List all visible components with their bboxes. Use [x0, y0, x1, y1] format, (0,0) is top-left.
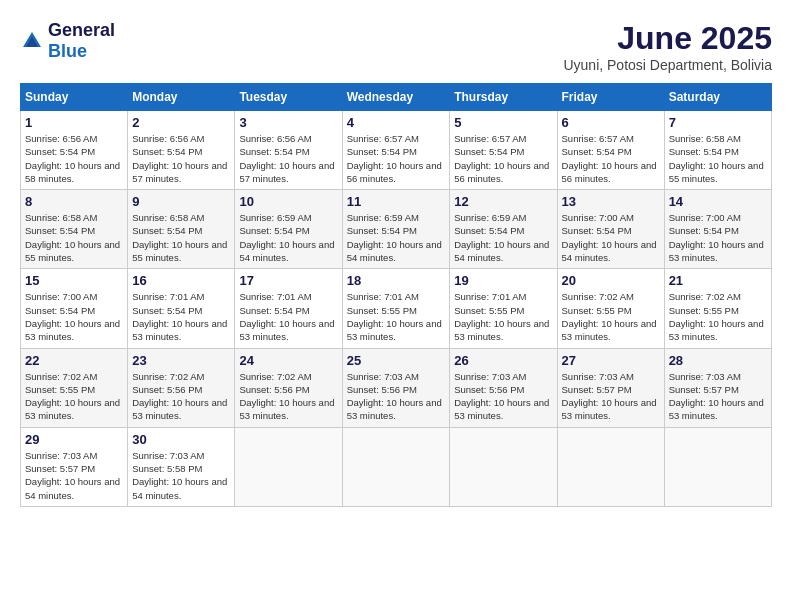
- calendar-table: Sunday Monday Tuesday Wednesday Thursday…: [20, 83, 772, 507]
- day-info: Sunrise: 7:03 AM Sunset: 5:56 PM Dayligh…: [347, 370, 446, 423]
- day-number: 5: [454, 115, 552, 130]
- day-number: 15: [25, 273, 123, 288]
- month-title: June 2025: [563, 20, 772, 57]
- table-row: 9 Sunrise: 6:58 AM Sunset: 5:54 PM Dayli…: [128, 190, 235, 269]
- day-number: 6: [562, 115, 660, 130]
- table-row: 25 Sunrise: 7:03 AM Sunset: 5:56 PM Dayl…: [342, 348, 450, 427]
- day-info: Sunrise: 6:59 AM Sunset: 5:54 PM Dayligh…: [347, 211, 446, 264]
- table-row: 4 Sunrise: 6:57 AM Sunset: 5:54 PM Dayli…: [342, 111, 450, 190]
- table-row: 5 Sunrise: 6:57 AM Sunset: 5:54 PM Dayli…: [450, 111, 557, 190]
- day-info: Sunrise: 6:57 AM Sunset: 5:54 PM Dayligh…: [562, 132, 660, 185]
- title-section: June 2025 Uyuni, Potosi Department, Boli…: [563, 20, 772, 73]
- table-row: 2 Sunrise: 6:56 AM Sunset: 5:54 PM Dayli…: [128, 111, 235, 190]
- table-row: 13 Sunrise: 7:00 AM Sunset: 5:54 PM Dayl…: [557, 190, 664, 269]
- day-number: 11: [347, 194, 446, 209]
- table-row: 12 Sunrise: 6:59 AM Sunset: 5:54 PM Dayl…: [450, 190, 557, 269]
- day-number: 13: [562, 194, 660, 209]
- day-number: 18: [347, 273, 446, 288]
- table-row: 29 Sunrise: 7:03 AM Sunset: 5:57 PM Dayl…: [21, 427, 128, 506]
- table-row: [450, 427, 557, 506]
- day-info: Sunrise: 7:00 AM Sunset: 5:54 PM Dayligh…: [562, 211, 660, 264]
- day-number: 2: [132, 115, 230, 130]
- table-row: 1 Sunrise: 6:56 AM Sunset: 5:54 PM Dayli…: [21, 111, 128, 190]
- header-monday: Monday: [128, 84, 235, 111]
- day-info: Sunrise: 7:02 AM Sunset: 5:55 PM Dayligh…: [562, 290, 660, 343]
- day-info: Sunrise: 7:00 AM Sunset: 5:54 PM Dayligh…: [669, 211, 767, 264]
- table-row: 6 Sunrise: 6:57 AM Sunset: 5:54 PM Dayli…: [557, 111, 664, 190]
- table-row: 17 Sunrise: 7:01 AM Sunset: 5:54 PM Dayl…: [235, 269, 342, 348]
- day-info: Sunrise: 7:01 AM Sunset: 5:54 PM Dayligh…: [132, 290, 230, 343]
- table-row: 22 Sunrise: 7:02 AM Sunset: 5:55 PM Dayl…: [21, 348, 128, 427]
- day-info: Sunrise: 7:03 AM Sunset: 5:58 PM Dayligh…: [132, 449, 230, 502]
- table-row: [235, 427, 342, 506]
- day-number: 1: [25, 115, 123, 130]
- table-row: 10 Sunrise: 6:59 AM Sunset: 5:54 PM Dayl…: [235, 190, 342, 269]
- day-number: 20: [562, 273, 660, 288]
- table-row: 21 Sunrise: 7:02 AM Sunset: 5:55 PM Dayl…: [664, 269, 771, 348]
- day-info: Sunrise: 6:59 AM Sunset: 5:54 PM Dayligh…: [454, 211, 552, 264]
- header-sunday: Sunday: [21, 84, 128, 111]
- day-number: 7: [669, 115, 767, 130]
- day-info: Sunrise: 7:02 AM Sunset: 5:55 PM Dayligh…: [25, 370, 123, 423]
- table-row: 11 Sunrise: 6:59 AM Sunset: 5:54 PM Dayl…: [342, 190, 450, 269]
- header-wednesday: Wednesday: [342, 84, 450, 111]
- calendar-week-row: 8 Sunrise: 6:58 AM Sunset: 5:54 PM Dayli…: [21, 190, 772, 269]
- calendar-week-row: 29 Sunrise: 7:03 AM Sunset: 5:57 PM Dayl…: [21, 427, 772, 506]
- logo-general-text: General: [48, 20, 115, 40]
- day-info: Sunrise: 7:00 AM Sunset: 5:54 PM Dayligh…: [25, 290, 123, 343]
- day-number: 24: [239, 353, 337, 368]
- table-row: 26 Sunrise: 7:03 AM Sunset: 5:56 PM Dayl…: [450, 348, 557, 427]
- day-number: 4: [347, 115, 446, 130]
- day-info: Sunrise: 6:56 AM Sunset: 5:54 PM Dayligh…: [239, 132, 337, 185]
- day-info: Sunrise: 7:01 AM Sunset: 5:55 PM Dayligh…: [454, 290, 552, 343]
- day-number: 12: [454, 194, 552, 209]
- table-row: 20 Sunrise: 7:02 AM Sunset: 5:55 PM Dayl…: [557, 269, 664, 348]
- day-number: 29: [25, 432, 123, 447]
- day-info: Sunrise: 6:56 AM Sunset: 5:54 PM Dayligh…: [25, 132, 123, 185]
- day-number: 23: [132, 353, 230, 368]
- table-row: 23 Sunrise: 7:02 AM Sunset: 5:56 PM Dayl…: [128, 348, 235, 427]
- day-number: 16: [132, 273, 230, 288]
- day-info: Sunrise: 6:56 AM Sunset: 5:54 PM Dayligh…: [132, 132, 230, 185]
- day-info: Sunrise: 6:57 AM Sunset: 5:54 PM Dayligh…: [454, 132, 552, 185]
- day-info: Sunrise: 6:59 AM Sunset: 5:54 PM Dayligh…: [239, 211, 337, 264]
- day-number: 21: [669, 273, 767, 288]
- location-title: Uyuni, Potosi Department, Bolivia: [563, 57, 772, 73]
- day-info: Sunrise: 7:03 AM Sunset: 5:56 PM Dayligh…: [454, 370, 552, 423]
- day-number: 27: [562, 353, 660, 368]
- header-tuesday: Tuesday: [235, 84, 342, 111]
- table-row: 8 Sunrise: 6:58 AM Sunset: 5:54 PM Dayli…: [21, 190, 128, 269]
- day-number: 14: [669, 194, 767, 209]
- calendar-week-row: 22 Sunrise: 7:02 AM Sunset: 5:55 PM Dayl…: [21, 348, 772, 427]
- day-number: 10: [239, 194, 337, 209]
- calendar-week-row: 15 Sunrise: 7:00 AM Sunset: 5:54 PM Dayl…: [21, 269, 772, 348]
- table-row: 27 Sunrise: 7:03 AM Sunset: 5:57 PM Dayl…: [557, 348, 664, 427]
- logo: General Blue: [20, 20, 115, 62]
- table-row: 19 Sunrise: 7:01 AM Sunset: 5:55 PM Dayl…: [450, 269, 557, 348]
- table-row: 15 Sunrise: 7:00 AM Sunset: 5:54 PM Dayl…: [21, 269, 128, 348]
- day-info: Sunrise: 7:03 AM Sunset: 5:57 PM Dayligh…: [669, 370, 767, 423]
- header-friday: Friday: [557, 84, 664, 111]
- table-row: 30 Sunrise: 7:03 AM Sunset: 5:58 PM Dayl…: [128, 427, 235, 506]
- header: General Blue June 2025 Uyuni, Potosi Dep…: [20, 20, 772, 73]
- header-saturday: Saturday: [664, 84, 771, 111]
- day-number: 28: [669, 353, 767, 368]
- day-number: 8: [25, 194, 123, 209]
- day-info: Sunrise: 7:01 AM Sunset: 5:54 PM Dayligh…: [239, 290, 337, 343]
- day-info: Sunrise: 7:01 AM Sunset: 5:55 PM Dayligh…: [347, 290, 446, 343]
- table-row: [557, 427, 664, 506]
- table-row: 18 Sunrise: 7:01 AM Sunset: 5:55 PM Dayl…: [342, 269, 450, 348]
- day-info: Sunrise: 7:02 AM Sunset: 5:55 PM Dayligh…: [669, 290, 767, 343]
- day-number: 22: [25, 353, 123, 368]
- day-info: Sunrise: 7:02 AM Sunset: 5:56 PM Dayligh…: [239, 370, 337, 423]
- table-row: 28 Sunrise: 7:03 AM Sunset: 5:57 PM Dayl…: [664, 348, 771, 427]
- table-row: [342, 427, 450, 506]
- day-info: Sunrise: 7:02 AM Sunset: 5:56 PM Dayligh…: [132, 370, 230, 423]
- day-info: Sunrise: 7:03 AM Sunset: 5:57 PM Dayligh…: [25, 449, 123, 502]
- table-row: 16 Sunrise: 7:01 AM Sunset: 5:54 PM Dayl…: [128, 269, 235, 348]
- day-number: 25: [347, 353, 446, 368]
- day-number: 17: [239, 273, 337, 288]
- day-number: 19: [454, 273, 552, 288]
- table-row: 3 Sunrise: 6:56 AM Sunset: 5:54 PM Dayli…: [235, 111, 342, 190]
- day-info: Sunrise: 6:57 AM Sunset: 5:54 PM Dayligh…: [347, 132, 446, 185]
